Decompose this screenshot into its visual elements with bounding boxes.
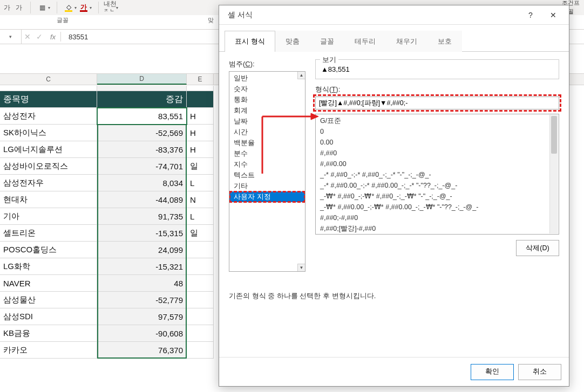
scrollbar-thumb[interactable] [551, 116, 557, 154]
table-cell[interactable]: L [187, 208, 214, 225]
format-item[interactable]: #,##0;[빨강]-#,##0 [316, 223, 559, 234]
category-item-number[interactable]: 숫자 [229, 84, 305, 94]
tab-number-format[interactable]: 표시 형식 [225, 31, 275, 52]
tab-alignment[interactable]: 맞춤 [275, 31, 310, 52]
table-cell[interactable]: H [187, 141, 214, 158]
ok-button[interactable]: 확인 [471, 364, 514, 380]
table-cell[interactable]: -44,089 [97, 191, 187, 208]
cell[interactable] [97, 86, 187, 91]
format-item[interactable]: _-* #,##0_-;-* #,##0_-;_-* "-"_-;_-@_- [316, 169, 559, 180]
help-button[interactable]: ? [519, 5, 542, 25]
dialog-titlebar[interactable]: 셀 서식 ? ✕ [219, 5, 569, 25]
table-cell[interactable]: 일 [187, 225, 214, 242]
phonetic-guide[interactable]: 내천ᄌᄂ▾ [105, 3, 118, 12]
tab-font[interactable]: 글꼴 [310, 31, 344, 52]
formula-cancel-icon[interactable]: ✕ [22, 32, 33, 41]
table-cell[interactable]: L [187, 175, 214, 191]
table-cell[interactable]: SK하이닉스 [0, 125, 97, 141]
table-cell[interactable]: -15,321 [97, 258, 187, 275]
table-cell[interactable]: 삼성물산 [0, 292, 97, 308]
table-cell[interactable] [187, 242, 214, 258]
format-item[interactable]: _-₩* #,##0_-;-₩* #,##0_-;_-₩* "-"_-;_-@_… [316, 191, 559, 202]
table-cell[interactable]: 8,034 [97, 175, 187, 191]
table-cell[interactable]: -52,779 [97, 292, 187, 308]
category-item-text[interactable]: 텍스트 [229, 170, 305, 181]
table-cell[interactable] [187, 258, 214, 275]
table-cell[interactable]: -90,608 [97, 325, 187, 342]
table-cell[interactable]: 83,551 [97, 108, 187, 125]
formula-accept-icon[interactable]: ✓ [33, 32, 45, 41]
tab-fill[interactable]: 채우기 [386, 31, 427, 52]
table-cell[interactable]: H [187, 108, 214, 125]
table-cell[interactable] [187, 275, 214, 292]
table-cell[interactable]: 현대차 [0, 191, 97, 208]
table-header-name[interactable]: 종목명 [0, 91, 97, 108]
table-cell[interactable]: 24,099 [97, 242, 187, 258]
category-item-percentage[interactable]: 백분율 [229, 137, 305, 148]
table-cell[interactable]: LG화학 [0, 258, 97, 275]
scroll-up-icon[interactable]: ▲ [297, 72, 305, 79]
table-cell[interactable] [187, 308, 214, 325]
scroll-down-icon[interactable]: ▼ [297, 264, 305, 271]
table-cell[interactable]: NAVER [0, 275, 97, 292]
category-item-time[interactable]: 시간 [229, 127, 305, 137]
format-item[interactable]: 0.00 [316, 137, 559, 148]
fill-color-dropdown[interactable]: ◇▾ [64, 3, 77, 12]
table-header-change[interactable]: 증감 [97, 91, 187, 108]
fx-icon[interactable]: fx [45, 30, 60, 44]
cell[interactable] [187, 86, 214, 91]
cell[interactable] [0, 86, 97, 91]
col-header-e[interactable]: E [187, 74, 214, 85]
table-cell[interactable] [187, 325, 214, 342]
table-cell[interactable]: 카카오 [0, 342, 97, 359]
font-size-increase[interactable]: 가 [14, 3, 24, 12]
format-item[interactable]: #,##0.00 [316, 159, 559, 169]
format-item[interactable]: #,##0 [316, 148, 559, 159]
table-cell[interactable]: 일 [187, 158, 214, 175]
category-item-accounting[interactable]: 회계 [229, 105, 305, 116]
delete-format-button[interactable]: 삭제(D) [516, 240, 559, 256]
table-cell[interactable]: 97,579 [97, 308, 187, 325]
table-cell[interactable]: 삼성전자우 [0, 175, 97, 191]
table-cell[interactable]: N [187, 191, 214, 208]
format-item[interactable]: #,##0;-#,##0 [316, 212, 559, 223]
category-item-scientific[interactable]: 지수 [229, 159, 305, 170]
table-cell[interactable]: H [187, 125, 214, 141]
table-cell[interactable]: 셀트리온 [0, 225, 97, 242]
tab-border[interactable]: 테두리 [344, 31, 386, 52]
name-box[interactable]: ▾ [0, 30, 22, 44]
table-cell[interactable]: -52,569 [97, 125, 187, 141]
format-item[interactable]: 0 [316, 126, 559, 137]
table-cell[interactable]: 48 [97, 275, 187, 292]
category-item-special[interactable]: 기타 [229, 181, 305, 191]
table-cell[interactable]: POSCO홀딩스 [0, 242, 97, 258]
table-cell[interactable]: -15,315 [97, 225, 187, 242]
table-cell[interactable]: 삼성전자 [0, 108, 97, 125]
cell[interactable] [187, 91, 214, 108]
font-size-decrease[interactable]: 가 [2, 3, 12, 12]
category-item-fraction[interactable]: 분수 [229, 148, 305, 159]
format-list-scrollbar[interactable] [549, 115, 558, 233]
table-cell[interactable]: -83,376 [97, 141, 187, 158]
category-listbox[interactable]: ▲ 일반 숫자 통화 회계 날짜 시간 백분율 분수 지수 텍스트 기타 사용자… [229, 71, 305, 272]
format-code-input[interactable] [315, 97, 559, 109]
format-item[interactable]: G/표준 [316, 115, 559, 126]
table-cell[interactable]: 76,370 [97, 342, 187, 359]
format-item[interactable]: _-₩* #,##0.00_-;-₩* #,##0.00_-;_-₩* "-"?… [316, 202, 559, 212]
table-cell[interactable]: KB금융 [0, 325, 97, 342]
table-cell[interactable]: -74,701 [97, 158, 187, 175]
close-button[interactable]: ✕ [542, 5, 565, 25]
col-header-d[interactable]: D [97, 74, 187, 85]
font-color-dropdown[interactable]: 가▾ [79, 3, 92, 12]
cancel-button[interactable]: 취소 [518, 364, 561, 380]
table-cell[interactable] [187, 342, 214, 359]
category-item-currency[interactable]: 통화 [229, 94, 305, 105]
table-cell[interactable]: 91,735 [97, 208, 187, 225]
tab-protection[interactable]: 보호 [427, 31, 462, 52]
table-cell[interactable]: 기아 [0, 208, 97, 225]
table-cell[interactable]: 삼성SDI [0, 308, 97, 325]
table-cell[interactable]: LG에너지솔루션 [0, 141, 97, 158]
format-item[interactable]: #,##0.00;-#,##0.00 [316, 234, 559, 235]
col-header-c[interactable]: C [0, 74, 97, 85]
format-listbox[interactable]: G/표준 0 0.00 #,##0 #,##0.00 _-* #,##0_-;-… [315, 114, 559, 235]
